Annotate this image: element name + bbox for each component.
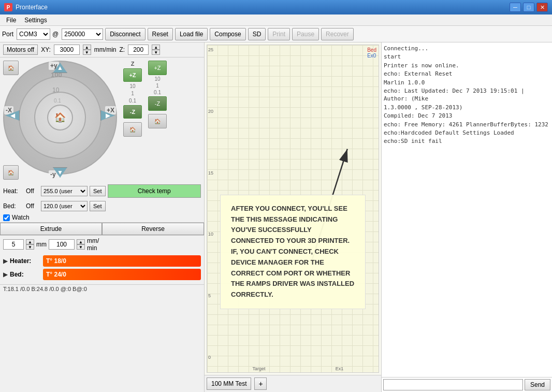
- pause-button[interactable]: Pause: [292, 28, 319, 40]
- log-line: echo: Last Updated: Dec 7 2013 19:15:01 …: [384, 87, 550, 103]
- extrude-inputs: ▲ ▼ mm ▲ ▼ mm/min: [0, 236, 204, 253]
- z-plus-btn[interactable]: +Z: [123, 68, 142, 82]
- y-step-01-label: 0.1: [154, 90, 161, 95]
- bed-bar-row: ▶ Bed: T° 24/0: [3, 269, 201, 280]
- y-step-10-label: 10: [154, 76, 160, 82]
- send-button[interactable]: Send: [525, 379, 550, 390]
- motors-off-button[interactable]: Motors off: [3, 45, 38, 55]
- plus-button[interactable]: +: [254, 378, 267, 390]
- jog-circle-container: 🏠 🏠 100 10 0.1 +y -y -X: [3, 61, 117, 180]
- speed-spin-up[interactable]: ▲: [77, 239, 85, 244]
- com-port-select[interactable]: COM3: [17, 28, 50, 40]
- recover-button[interactable]: Recover: [321, 28, 354, 40]
- z-home-btn[interactable]: 🏠: [123, 122, 142, 137]
- jog-area: 🏠 🏠 100 10 0.1 +y -y -X: [0, 57, 204, 183]
- heater-bar-row: ▶ Heater: T° 18/0: [3, 255, 201, 267]
- temp-bars: ▶ Heater: T° 18/0 ▶ Bed: T° 24/0: [0, 253, 204, 284]
- log-area[interactable]: Connecting... start Printer is now onlin…: [382, 42, 552, 377]
- bed-temp-text: T° 24/0: [46, 271, 66, 278]
- log-line: echo: Free Memory: 4261 PlannerBufferByt…: [384, 121, 550, 128]
- compose-button[interactable]: Compose: [210, 28, 245, 40]
- z-minus-btn[interactable]: -Z: [123, 105, 142, 119]
- z-spin-up[interactable]: ▲: [152, 45, 160, 50]
- close-button[interactable]: ✕: [536, 3, 548, 12]
- heat-set-button[interactable]: Set: [90, 186, 106, 196]
- log-line: Compiled: Dec 7 2013: [384, 112, 550, 120]
- command-input[interactable]: [383, 379, 523, 390]
- log-line: Marlin 1.0.0: [384, 79, 550, 86]
- title-bar-controls: ─ □ ✕: [510, 3, 548, 12]
- load-file-button[interactable]: Load file: [175, 28, 208, 40]
- z-step-01: 0.1: [129, 98, 136, 104]
- watch-checkbox[interactable]: [3, 214, 10, 221]
- center-panel: 25 20 15 10 5 0 Bed Ex0 Target Ex1: [205, 42, 381, 392]
- mm-test-button[interactable]: 100 MM Test: [207, 378, 251, 390]
- annotation-text: AFTER YOU CONNECT, YOU'LL SEE THE THIS M…: [231, 205, 354, 298]
- bed-bar-track: T° 24/0: [43, 269, 201, 280]
- toolbar: Port COM3 @ 250000 Disconnect Reset Load…: [0, 26, 552, 42]
- baud-rate-select[interactable]: 250000: [62, 28, 103, 40]
- bed-legend-label: Bed: [367, 47, 376, 53]
- amount-spin-down[interactable]: ▼: [26, 244, 34, 250]
- file-menu[interactable]: File: [2, 16, 20, 25]
- bed-row: Bed: Off 120.0 (user Set: [0, 199, 204, 213]
- amount-spin-up[interactable]: ▲: [26, 239, 34, 244]
- z-spin-down[interactable]: ▼: [152, 50, 160, 55]
- reverse-button[interactable]: Reverse: [102, 223, 204, 235]
- y-minus-step-btn[interactable]: -Z: [148, 96, 167, 111]
- reset-button[interactable]: Reset: [148, 28, 173, 40]
- z-label: Z:: [120, 46, 125, 53]
- y-plus-step-btn[interactable]: +Z: [148, 61, 167, 75]
- xy-spin-up[interactable]: ▲: [83, 45, 91, 50]
- check-temp-button[interactable]: Check temp: [108, 184, 201, 198]
- step-01-label: 0.1: [54, 98, 61, 104]
- graph-y-axis: 25 20 15 10 5 0: [208, 45, 213, 362]
- step-10-label: 10: [52, 86, 59, 94]
- jog-center-button[interactable]: 🏠: [47, 105, 73, 130]
- extrude-amount-input[interactable]: [3, 239, 24, 250]
- xy-input[interactable]: [54, 45, 80, 55]
- status-bar: T:18.1 /0.0 B:24.8 /0.0 @:0 B@:0: [0, 284, 204, 293]
- home-topleft-button[interactable]: 🏠: [3, 61, 19, 75]
- right-panel: Connecting... start Printer is now onlin…: [381, 42, 552, 392]
- y-tick-15: 15: [208, 170, 213, 176]
- y-tick-20: 20: [208, 109, 213, 114]
- extrude-button[interactable]: Extrude: [0, 223, 102, 235]
- main-area: Motors off XY: ▲ ▼ mm/min Z: ▲ ▼ 🏠: [0, 42, 552, 392]
- bed-label: Bed:: [3, 202, 24, 210]
- heat-value-select[interactable]: 255.0 (user: [41, 186, 88, 196]
- menu-bar: File Settings: [0, 14, 552, 26]
- z-input[interactable]: [128, 45, 149, 55]
- annotation-overlay: AFTER YOU CONNECT, YOU'LL SEE THE THIS M…: [220, 195, 366, 309]
- minimize-button[interactable]: ─: [510, 3, 521, 12]
- y-tick-0: 0: [208, 355, 213, 360]
- home-bottomleft-button[interactable]: 🏠: [3, 165, 19, 180]
- xy-spin-down[interactable]: ▼: [83, 50, 91, 55]
- bed-value-select[interactable]: 120.0 (user: [41, 201, 88, 211]
- print-button[interactable]: Print: [268, 28, 290, 40]
- z-step-10: 10: [129, 83, 135, 89]
- settings-menu[interactable]: Settings: [20, 16, 51, 25]
- y-tick-10: 10: [208, 231, 213, 237]
- sd-button[interactable]: SD: [248, 28, 266, 40]
- extrude-speed-input[interactable]: [49, 239, 75, 250]
- speed-spin-down[interactable]: ▼: [77, 244, 85, 250]
- heater-bar-track: T° 18/0: [43, 255, 201, 267]
- mm-label: mm/min: [94, 46, 117, 53]
- log-line: echo: External Reset: [384, 70, 550, 78]
- yz-home-btn[interactable]: 🏠: [148, 114, 167, 128]
- log-line: Connecting...: [384, 45, 550, 52]
- bed-set-button[interactable]: Set: [90, 201, 106, 211]
- disconnect-button[interactable]: Disconnect: [105, 28, 145, 40]
- heat-row: Heat: Off 255.0 (user Set Check temp: [0, 183, 204, 199]
- heater-arrow: ▶: [3, 257, 8, 265]
- watch-label: Watch: [12, 214, 30, 221]
- x-tick-ex1: Ex1: [336, 366, 344, 371]
- speed-unit-label: mm/min: [87, 237, 99, 252]
- title-bar: P Pronterface ─ □ ✕: [0, 0, 552, 14]
- restore-button[interactable]: □: [523, 3, 534, 12]
- z-step-1: 1: [131, 91, 134, 96]
- left-panel: Motors off XY: ▲ ▼ mm/min Z: ▲ ▼ 🏠: [0, 42, 205, 392]
- input-row: Send: [382, 377, 552, 392]
- app-icon: P: [4, 3, 12, 11]
